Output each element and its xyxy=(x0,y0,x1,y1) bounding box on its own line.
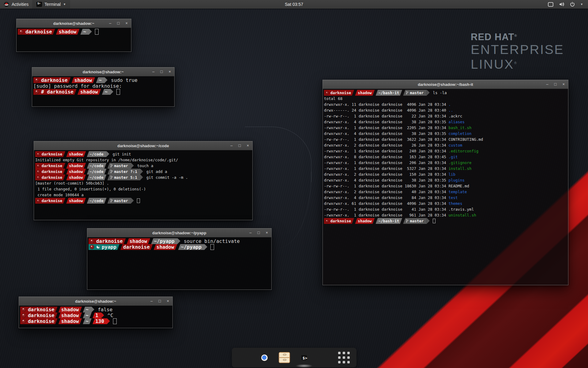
rhel-wallpaper-logo: RED HAT® ENTERPRISE LINUX® xyxy=(471,32,564,71)
maximize-button[interactable]: □ xyxy=(117,19,120,28)
window-titlebar[interactable]: darknoise@shadow:~/code – □ × xyxy=(34,141,252,150)
prompt-segment-venv: ☯pyapp xyxy=(89,244,119,250)
prompt-line: darknoiseshadow~/bash-itmaster xyxy=(324,218,568,224)
terminal-content[interactable]: darknoiseshadow~/codegit initInitialized… xyxy=(34,150,252,220)
output-text: drwxrwxr-x. 61 darknoise darknoise 4096 … xyxy=(324,201,448,206)
prompt-segment-path: ~/code xyxy=(87,151,107,157)
prompt-arrow-icon xyxy=(92,307,94,312)
output-text: create mode 100644 a xyxy=(35,193,84,197)
prompt-segment-path: ~/bash-it xyxy=(376,218,402,224)
window-titlebar[interactable]: darknoise@shadow:~/pyapp – □ × xyxy=(87,228,271,237)
chevron-down-icon: ▼ xyxy=(63,3,66,6)
activities-button[interactable]: Activities xyxy=(0,0,32,9)
dock-item-files[interactable] xyxy=(277,350,292,365)
chevron-down-icon[interactable]: ▼ xyxy=(580,3,583,6)
dock-item-show-applications[interactable] xyxy=(337,350,351,365)
close-button[interactable]: × xyxy=(266,228,268,237)
minimize-button[interactable]: – xyxy=(150,297,153,305)
prompt-line: darknoiseshadow~/codemaster ?:1git add a xyxy=(35,169,252,174)
git-branch-icon xyxy=(406,219,409,223)
segment-text: master S:1 xyxy=(114,174,137,180)
volume-icon[interactable] xyxy=(559,2,564,7)
segment-text: # darknoise xyxy=(41,89,74,95)
window-titlebar[interactable]: darknoise@shadow:~/bash-it – □ × xyxy=(323,80,568,89)
dock-item-firefox[interactable] xyxy=(237,350,252,365)
output-text: drwxrwxr-x. 4 darknoise darknoise 38 Jan… xyxy=(324,178,448,182)
minimize-button[interactable]: – xyxy=(230,141,232,150)
prompt-line: darknoiseshadow~/bash-itmasterls -la xyxy=(324,90,568,96)
terminal-content[interactable]: darknoiseshadow~/bash-itmasterls -latota… xyxy=(323,89,568,285)
close-button[interactable]: × xyxy=(562,80,565,89)
maximize-button[interactable]: □ xyxy=(239,141,241,150)
terminal-icon: $> xyxy=(301,355,308,361)
terminal-output-line: drwxrwxr-x. 4 darknoise darknoise 38 Jan… xyxy=(324,131,568,136)
terminal-window-pyapp[interactable]: darknoise@shadow:~/pyapp – □ × darknoise… xyxy=(87,228,272,290)
segment-text: shadow xyxy=(61,307,79,312)
terminal-output-line: drwxrwxr-x. 4 darknoise darknoise 38 Jan… xyxy=(324,177,568,183)
terminal-window-bash-it[interactable]: darknoise@shadow:~/bash-it – □ × darknoi… xyxy=(322,80,568,285)
terminal-window-code[interactable]: darknoise@shadow:~/code – □ × darknoises… xyxy=(34,141,253,220)
terminal-content[interactable]: darknoiseshadow~sudo true[sudo] password… xyxy=(32,76,174,106)
segment-text: ~/pyapp xyxy=(154,238,174,244)
command-text: ls -la xyxy=(433,90,447,96)
close-button[interactable]: × xyxy=(125,19,128,28)
close-button[interactable]: × xyxy=(168,67,171,76)
terminal-window-home-small[interactable]: darknoise@shadow:~ – □ × darknoiseshadow… xyxy=(16,19,131,52)
command-text: git commit -a -m . xyxy=(146,174,188,180)
desktop: RED HAT® ENTERPRISE LINUX® darknoise@sha… xyxy=(0,0,588,368)
minimize-button[interactable]: – xyxy=(152,67,154,76)
output-text: -rwxrwxr-x. 1 darknoise darknoise 961 Ja… xyxy=(324,213,448,217)
window-titlebar[interactable]: darknoise@shadow:~ – □ × xyxy=(32,67,174,76)
terminal-output-line: -rwxrwxr-x. 1 darknoise darknoise 961 Ja… xyxy=(324,212,568,218)
output-text: .git xyxy=(448,155,458,159)
terminal-output-line: -rw-rw-r--. 1 darknoise darknoise 22 Jan… xyxy=(324,113,568,119)
terminal-window-exit-codes[interactable]: darknoise@shadow:~ – □ × darknoiseshadow… xyxy=(19,297,173,328)
prompt-arrow-icon xyxy=(101,312,104,318)
display-icon[interactable] xyxy=(548,2,553,7)
maximize-button[interactable]: □ xyxy=(258,228,260,237)
prompt-segment-host: shadow xyxy=(127,238,150,244)
prompt-segment-path: ~ xyxy=(83,318,92,324)
prompt-ball-icon xyxy=(35,90,39,94)
terminal-cursor xyxy=(95,29,99,35)
clock[interactable]: Sat 03:57 xyxy=(285,2,303,7)
maximize-button[interactable]: □ xyxy=(159,297,161,305)
prompt-segment-git: master xyxy=(107,198,131,204)
segment-text: darknoise xyxy=(42,169,62,174)
close-button[interactable]: × xyxy=(247,141,249,150)
terminal-output-line: drwxrwxr-x. 4 darknoise darknoise 38 Jan… xyxy=(324,119,568,125)
prompt-segment-host: shadow xyxy=(58,312,82,318)
segment-text: darknoise xyxy=(42,163,62,169)
app-menu-terminal[interactable]: $> Terminal ▼ xyxy=(32,0,70,9)
terminal-content[interactable]: darknoiseshadow~ xyxy=(17,28,131,52)
power-icon[interactable] xyxy=(570,2,575,7)
segment-text: master xyxy=(410,90,424,96)
maximize-button[interactable]: □ xyxy=(554,80,557,89)
wallpaper-curve-decoration xyxy=(277,172,311,248)
window-titlebar[interactable]: darknoise@shadow:~ – □ × xyxy=(19,297,172,306)
dock-item-terminal[interactable]: $> xyxy=(297,350,311,365)
terminal-content[interactable]: darknoiseshadow~/pyappsource bin/activat… xyxy=(87,237,271,289)
dock-item-toolbox[interactable] xyxy=(317,350,331,365)
minimize-button[interactable]: – xyxy=(249,228,251,237)
segment-text: shadow xyxy=(80,89,98,95)
output-text: test xyxy=(448,195,458,200)
prompt-segment-path: ~ xyxy=(96,77,105,83)
segment-text: shadow xyxy=(358,90,371,96)
output-text: -rwxrwxr-x. 1 darknoise darknoise 5327 J… xyxy=(324,166,448,171)
window-titlebar[interactable]: darknoise@shadow:~ – □ × xyxy=(17,19,131,28)
segment-text: shadow xyxy=(61,318,79,324)
dock-item-chrome[interactable] xyxy=(257,350,272,365)
terminal-window-sudo[interactable]: darknoise@shadow:~ – □ × darknoiseshadow… xyxy=(32,67,175,107)
prompt-segment-host: shadow xyxy=(77,89,101,95)
output-text: drwxrwxr-x. 4 darknoise darknoise 84 Jan… xyxy=(324,195,448,200)
terminal-content[interactable]: darknoiseshadow~falsedarknoiseshadow~1^C… xyxy=(19,306,172,328)
minimize-button[interactable]: – xyxy=(546,80,548,89)
maximize-button[interactable]: □ xyxy=(160,67,163,76)
segment-text: ~ xyxy=(85,312,89,318)
logo-brand-line: RED HAT® xyxy=(471,32,564,43)
output-text: .travis.yml xyxy=(448,207,474,212)
prompt-segment-path: ~/pyapp xyxy=(178,244,205,250)
minimize-button[interactable]: – xyxy=(109,19,111,28)
close-button[interactable]: × xyxy=(167,297,169,305)
